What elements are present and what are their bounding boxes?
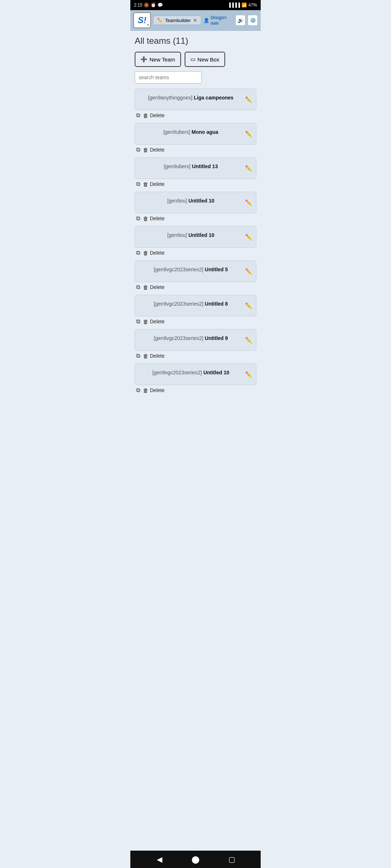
delete-team-button[interactable]: 🗑 Delete (143, 181, 164, 187)
edit-team-icon[interactable]: ✏️ (245, 165, 252, 172)
team-card[interactable]: [gen9ou] Untitled 10 ✏️ (135, 192, 256, 213)
team-card[interactable]: [gen9vgc2023series2] Untitled 10 ✏️ (135, 363, 256, 385)
username: Onigiri-san (211, 15, 233, 26)
copy-team-icon[interactable]: ⧉ (136, 112, 140, 119)
teams-list: [gen9anythinggoes] Liga campeones ✏️ ⧉ 🗑… (135, 89, 256, 396)
trash-icon: 🗑 (143, 181, 148, 187)
edit-team-icon[interactable]: ✏️ (245, 337, 252, 344)
team-actions: ⧉ 🗑 Delete (135, 385, 256, 396)
team-entry: [gen9ou] Untitled 10 ✏️ ⧉ 🗑 Delete (135, 226, 256, 259)
edit-team-icon[interactable]: ✏️ (245, 199, 252, 206)
trash-icon: 🗑 (143, 319, 148, 325)
page-title: All teams (11) (135, 36, 256, 46)
delete-label: Delete (150, 147, 164, 153)
delete-team-button[interactable]: 🗑 Delete (143, 284, 164, 290)
box-icon: ▭ (190, 56, 196, 63)
team-entry: [gen9vgc2023series2] Untitled 9 ✏️ ⧉ 🗑 D… (135, 329, 256, 362)
team-actions: ⧉ 🗑 Delete (135, 316, 256, 328)
edit-team-icon[interactable]: ✏️ (245, 371, 252, 378)
status-bar: 2:15 🔕 ⏰ 💬 ▐▐▐▐ 📶 47% (130, 0, 261, 10)
team-card[interactable]: [gen9ubers] Untitled 13 ✏️ (135, 157, 256, 179)
trash-icon: 🗑 (143, 284, 148, 290)
team-format: [gen9vgc2023series2] (152, 370, 202, 375)
team-actions: ⧉ 🗑 Delete (135, 248, 256, 259)
copy-team-icon[interactable]: ⧉ (136, 250, 140, 256)
team-entry: [gen9vgc2023series2] Untitled 5 ✏️ ⧉ 🗑 D… (135, 260, 256, 293)
team-entry: [gen9ou] Untitled 10 ✏️ ⧉ 🗑 Delete (135, 192, 256, 225)
copy-team-icon[interactable]: ⧉ (136, 318, 140, 325)
user-profile-link[interactable]: 👤 Onigiri-san (203, 15, 233, 26)
copy-team-icon[interactable]: ⧉ (136, 353, 140, 359)
team-card[interactable]: [gen9vgc2023series2] Untitled 8 ✏️ (135, 295, 256, 316)
status-right: ▐▐▐▐ 📶 47% (228, 3, 257, 8)
delete-label: Delete (150, 181, 164, 187)
team-actions: ⧉ 🗑 Delete (135, 282, 256, 293)
delete-team-button[interactable]: 🗑 Delete (143, 250, 164, 256)
header-right: 👤 Onigiri-san 🔊 ⚙️ (203, 15, 258, 26)
edit-team-icon[interactable]: ✏️ (245, 302, 252, 309)
team-name: Untitled 9 (205, 335, 228, 341)
search-input[interactable] (135, 71, 202, 84)
dropdown-arrow-icon: ▼ (147, 24, 150, 27)
edit-icon: ✏️ (157, 18, 163, 23)
copy-team-icon[interactable]: ⧉ (136, 215, 140, 222)
audio-button[interactable]: 🔊 (235, 15, 245, 26)
action-buttons-row: ➕ New Team ▭ New Box (135, 52, 256, 67)
new-box-label: New Box (198, 56, 219, 63)
team-card[interactable]: [gen9ubers] Mono agua ✏️ (135, 123, 256, 145)
team-format: [gen9anythinggoes] (148, 95, 192, 101)
battery: 47% (248, 3, 257, 8)
edit-team-icon[interactable]: ✏️ (245, 96, 252, 103)
team-actions: ⧉ 🗑 Delete (135, 179, 256, 190)
logo-button[interactable]: S! ▼ (133, 12, 151, 28)
team-card[interactable]: [gen9vgc2023series2] Untitled 9 ✏️ (135, 329, 256, 351)
delete-label: Delete (150, 250, 164, 256)
team-actions: ⧉ 🗑 Delete (135, 213, 256, 225)
gear-icon: ⚙️ (250, 17, 256, 23)
edit-team-icon[interactable]: ✏️ (245, 234, 252, 241)
close-tab-icon[interactable]: ✕ (193, 17, 197, 23)
delete-label: Delete (150, 387, 164, 393)
team-name: Untitled 10 (188, 232, 214, 238)
team-name: Liga campeones (194, 95, 234, 101)
delete-team-button[interactable]: 🗑 Delete (143, 216, 164, 222)
delete-label: Delete (150, 112, 164, 118)
team-format: [gen9ou] (167, 198, 187, 204)
main-content: All teams (11) ➕ New Team ▭ New Box [gen… (130, 31, 261, 403)
edit-team-icon[interactable]: ✏️ (245, 131, 252, 137)
teambuilder-tab[interactable]: ✏️ Teambuilder ✕ (153, 16, 201, 25)
team-name: Untitled 10 (203, 370, 230, 375)
copy-team-icon[interactable]: ⧉ (136, 146, 140, 153)
plus-circle-icon: ➕ (140, 56, 147, 63)
settings-button[interactable]: ⚙️ (248, 15, 258, 26)
team-card[interactable]: [gen9ou] Untitled 10 ✏️ (135, 226, 256, 248)
new-team-button[interactable]: ➕ New Team (135, 52, 181, 67)
delete-team-button[interactable]: 🗑 Delete (143, 353, 164, 359)
edit-team-icon[interactable]: ✏️ (245, 268, 252, 275)
header: S! ▼ ✏️ Teambuilder ✕ 👤 Onigiri-san 🔊 ⚙️ (130, 10, 261, 31)
team-format: [gen9ou] (167, 232, 187, 238)
copy-team-icon[interactable]: ⧉ (136, 387, 140, 393)
new-team-label: New Team (150, 56, 175, 63)
team-name: Untitled 8 (205, 301, 228, 307)
trash-icon: 🗑 (143, 147, 148, 153)
team-name: Mono agua (192, 129, 218, 135)
team-format: [gen9ubers] (164, 163, 190, 169)
new-box-button[interactable]: ▭ New Box (185, 52, 225, 67)
copy-team-icon[interactable]: ⧉ (136, 284, 140, 290)
team-card[interactable]: [gen9anythinggoes] Liga campeones ✏️ (135, 89, 256, 110)
team-actions: ⧉ 🗑 Delete (135, 145, 256, 156)
logo-text: S! (138, 15, 146, 25)
team-card[interactable]: [gen9vgc2023series2] Untitled 5 ✏️ (135, 260, 256, 282)
delete-team-button[interactable]: 🗑 Delete (143, 147, 164, 153)
delete-team-button[interactable]: 🗑 Delete (143, 112, 164, 119)
mute-icon: 🔕 (144, 3, 149, 8)
team-format: [gen9vgc2023series2] (154, 335, 203, 341)
team-format: [gen9ubers] (163, 129, 190, 135)
delete-team-button[interactable]: 🗑 Delete (143, 387, 164, 393)
copy-team-icon[interactable]: ⧉ (136, 181, 140, 187)
delete-team-button[interactable]: 🗑 Delete (143, 319, 164, 325)
tab-label: Teambuilder (165, 18, 191, 23)
audio-icon: 🔊 (237, 17, 244, 23)
team-format: [gen9vgc2023series2] (154, 267, 203, 272)
